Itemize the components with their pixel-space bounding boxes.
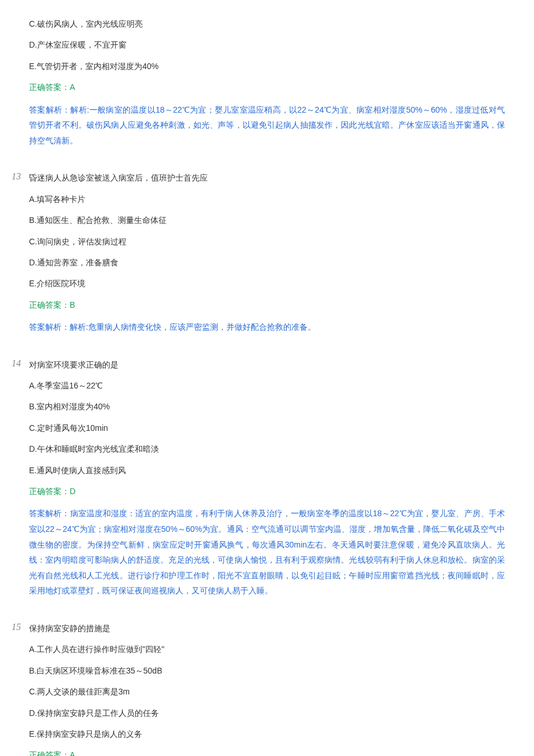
option-b: B.通知医生、配合抢救、测量生命体征 [29,214,505,226]
option-a: A.工作人员在进行操作时应做到"四轻" [29,643,505,656]
option-e: E.介绍医院环境 [29,277,505,290]
question-14: 14 对病室环境要求正确的是 A.冬季室温16～22℃ B.室内相对湿度为40%… [29,358,505,599]
question-13: 13 昏迷病人从急诊室被送入病室后，值班护士首先应 A.填写各种卡片 B.通知医… [29,171,505,334]
option-b: B.白天病区环境噪音标准在35～50dB [29,664,505,677]
option-d: D.产休室应保暖，不宜开窗 [29,38,505,51]
question-stem: 昏迷病人从急诊室被送入病室后，值班护士首先应 [29,171,505,184]
correct-answer: 正确答案：B [29,298,505,311]
option-d: D.保持病室安静只是工作人员的任务 [29,707,505,719]
answer-explanation: 答案解析：解析:一般病室的温度以18～22℃为宜；婴儿室室温应稍高，以22～24… [29,102,505,149]
option-d: D.通知营养室，准备膳食 [29,256,505,269]
question-15: 15 保持病室安静的措施是 A.工作人员在进行操作时应做到"四轻" B.白天病区… [29,622,505,756]
answer-explanation: 答案解析：病室温度和湿度：适宜的室内温度，有利于病人休养及治疗，一般病室冬季的温… [29,506,505,599]
option-e: E.气管切开者，室内相对湿度为40% [29,60,505,73]
option-c: C.询问病史，评估发病过程 [29,235,505,248]
option-d: D.午休和睡眠时室内光线宜柔和暗淡 [29,442,505,455]
option-a: A.冬季室温16～22℃ [29,379,505,392]
question-stem: 对病室环境要求正确的是 [29,358,505,371]
option-b: B.室内相对湿度为40% [29,400,505,413]
option-c: C.定时通风每次10min [29,422,505,434]
correct-answer: 正确答案：D [29,485,505,498]
question-stem: 保持病室安静的措施是 [29,622,505,635]
question-number: 13 [12,171,21,182]
question-number: 15 [12,622,21,632]
option-a: A.填写各种卡片 [29,193,505,206]
correct-answer: 正确答案：A [29,748,505,756]
exam-page: C.破伤风病人，室内光线应明亮 D.产休室应保暖，不宜开窗 E.气管切开者，室内… [0,0,534,756]
correct-answer: 正确答案：A [29,81,505,93]
option-e: E.保持病室安静只是病人的义务 [29,728,505,740]
option-c: C.破伤风病人，室内光线应明亮 [29,17,505,30]
question-12-continuation: C.破伤风病人，室内光线应明亮 D.产休室应保暖，不宜开窗 E.气管切开者，室内… [29,17,505,148]
answer-explanation: 答案解析：解析:危重病人病情变化快，应该严密监测，并做好配合抢救的准备。 [29,319,505,335]
option-c: C.两人交谈的最佳距离是3m [29,685,505,698]
question-number: 14 [12,358,21,369]
option-e: E.通风时使病人直接感到风 [29,464,505,477]
